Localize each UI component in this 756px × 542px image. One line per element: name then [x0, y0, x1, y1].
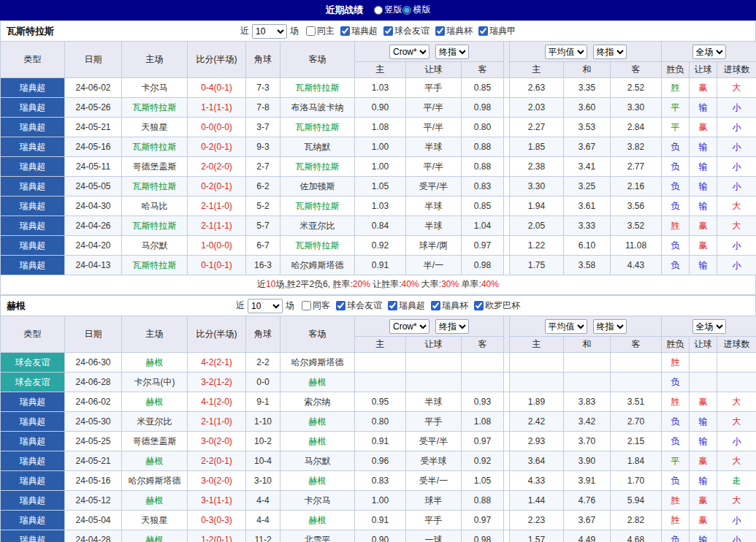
result-handicap-cell: 赢 — [690, 236, 717, 256]
asian-final-select[interactable]: 终指 — [435, 319, 469, 334]
column-header: 客场 — [280, 42, 355, 78]
asian-company-select[interactable]: Crow* — [389, 319, 429, 334]
euro-final-select[interactable]: 终指 — [593, 45, 627, 59]
result-outcome-cell: 负 — [662, 177, 690, 196]
euro-away-odds-cell: 11.08 — [611, 236, 662, 256]
filter-checkbox[interactable] — [435, 26, 445, 36]
date-cell: 24-05-30 — [65, 412, 122, 432]
recent-count-prefix: 近 — [236, 299, 245, 312]
result-goals-cell: 小 — [717, 157, 756, 177]
filters-bar: 近 10 场 同客球会友谊瑞典超瑞典杯欧罗巴杯 — [236, 299, 520, 313]
match-type-cell: 瑞典超 — [1, 491, 65, 511]
filter-checkbox[interactable] — [336, 301, 345, 310]
result-scope-select[interactable]: 全场 — [692, 45, 726, 59]
spacer — [504, 353, 510, 373]
asian-home-odds-cell: 0.92 — [355, 236, 406, 256]
date-cell: 24-05-26 — [65, 98, 122, 118]
euro-final-select[interactable]: 终指 — [593, 319, 627, 334]
filter-checkbox[interactable] — [388, 301, 397, 310]
filter-checkbox[interactable] — [302, 301, 311, 310]
asian-handicap-cell: 平/半 — [406, 118, 462, 137]
euro-draw-odds-cell: 3.90 — [564, 451, 611, 471]
euro-average-select[interactable]: 平均值 — [545, 319, 587, 334]
result-handicap-cell: 赢 — [690, 392, 717, 412]
asian-home-odds-cell — [355, 353, 406, 373]
filter-checkbox[interactable] — [306, 26, 316, 36]
filter-瑞典杯[interactable]: 瑞典杯 — [435, 25, 473, 37]
match-row: 瑞典超24-04-20马尔默1-0(0-0)6-7瓦斯特拉斯0.92球半/两0.… — [1, 236, 756, 256]
filter-checkbox[interactable] — [383, 26, 393, 36]
home-team-cell: 天狼星 — [122, 511, 188, 530]
home-team-cell: 赫根 — [122, 353, 188, 373]
recent-count-prefix: 近 — [240, 25, 249, 37]
filter-瑞典超[interactable]: 瑞典超 — [388, 299, 425, 312]
asian-away-odds-cell: 0.92 — [462, 451, 504, 471]
layout-radio-input[interactable] — [402, 6, 411, 15]
euro-home-odds-cell: 2.63 — [510, 78, 564, 98]
filter-瑞典甲[interactable]: 瑞典甲 — [478, 25, 516, 37]
result-outcome-cell: 负 — [662, 256, 690, 275]
sub-column-header: 主 — [510, 62, 564, 78]
layout-radio-input[interactable] — [374, 6, 383, 15]
euro-away-odds-cell: 4.43 — [611, 256, 662, 275]
section-header: 瓦斯特拉斯 近 10 场 同主瑞典超球会友谊瑞典杯瑞典甲 — [0, 20, 756, 41]
filter-label: 球会友谊 — [394, 25, 429, 37]
team-section: 赫根 近 10 场 同客球会友谊瑞典超瑞典杯欧罗巴杯 类型日期主场比分(半场)角… — [0, 295, 756, 542]
home-team-cell: 哥德堡盖斯 — [122, 432, 188, 451]
date-cell: 24-04-26 — [65, 216, 122, 236]
filter-瑞典杯[interactable]: 瑞典杯 — [431, 299, 468, 312]
filter-球会友谊[interactable]: 球会友谊 — [336, 299, 382, 312]
column-header: 日期 — [65, 42, 122, 78]
layout-radio-2[interactable]: 横版 — [402, 4, 431, 16]
filter-checkbox[interactable] — [340, 26, 350, 36]
recent-count-select[interactable]: 10 — [248, 299, 283, 313]
result-outcome-cell: 负 — [662, 157, 690, 177]
summary-segment: 30% — [441, 279, 459, 289]
result-scope-select[interactable]: 全场 — [692, 319, 726, 334]
asian-company-select[interactable]: Crow* — [389, 45, 429, 59]
filter-球会友谊[interactable]: 球会友谊 — [383, 25, 429, 37]
asian-home-odds-cell: 0.83 — [355, 471, 406, 491]
filter-同主[interactable]: 同主 — [306, 25, 335, 37]
result-outcome-cell: 负 — [662, 432, 690, 451]
filter-checkbox[interactable] — [431, 301, 440, 310]
corners-cell: 1-10 — [246, 412, 280, 432]
result-handicap-cell — [690, 373, 717, 392]
euro-away-odds-cell — [611, 353, 662, 373]
summary-segment: 20% — [353, 279, 370, 289]
layout-radio-1[interactable]: 竖版 — [374, 4, 402, 16]
result-outcome-cell: 负 — [662, 236, 690, 256]
summary-segment: 10 — [266, 279, 275, 289]
asian-handicap-cell: 受半/一 — [406, 471, 462, 491]
corners-cell: 6-2 — [246, 177, 280, 196]
away-team-cell: 赫根 — [280, 511, 355, 530]
asian-handicap-cell: 平手 — [406, 511, 462, 530]
score-cell: 1-2(0-1) — [188, 530, 246, 542]
filter-瑞典超[interactable]: 瑞典超 — [340, 25, 378, 37]
result-handicap-cell: 输 — [690, 177, 717, 196]
filter-label: 球会友谊 — [347, 299, 382, 312]
summary-segment: 单率: — [459, 279, 481, 289]
spacer — [504, 42, 510, 78]
filter-checkbox[interactable] — [478, 26, 488, 36]
sub-column-header: 让球 — [690, 337, 717, 353]
euro-average-select[interactable]: 平均值 — [545, 45, 587, 59]
filter-欧罗巴杯[interactable]: 欧罗巴杯 — [474, 299, 520, 312]
filter-同客[interactable]: 同客 — [302, 299, 330, 312]
asian-handicap-cell: 半球 — [406, 216, 462, 236]
filter-checkbox[interactable] — [474, 301, 484, 310]
match-type-cell: 瑞典超 — [1, 177, 65, 196]
away-team-cell: 布洛马波卡纳 — [280, 98, 355, 118]
euro-away-odds-cell: 3.52 — [611, 216, 662, 236]
score-cell: 2-1(1-0) — [188, 412, 246, 432]
asian-final-select[interactable]: 终指 — [435, 45, 469, 59]
recent-count-select[interactable]: 10 — [252, 24, 287, 39]
corners-cell: 0-0 — [246, 373, 280, 392]
home-team-cell: 卡尔马 — [122, 78, 188, 98]
result-goals-cell: 大 — [717, 216, 756, 236]
summary-segment: 40% — [481, 279, 499, 289]
filters-bar: 近 10 场 同主瑞典超球会友谊瑞典杯瑞典甲 — [240, 24, 516, 39]
asian-home-odds-cell — [355, 373, 406, 392]
corners-cell: 3-10 — [246, 471, 280, 491]
away-team-cell: 哈尔姆斯塔德 — [280, 353, 355, 373]
